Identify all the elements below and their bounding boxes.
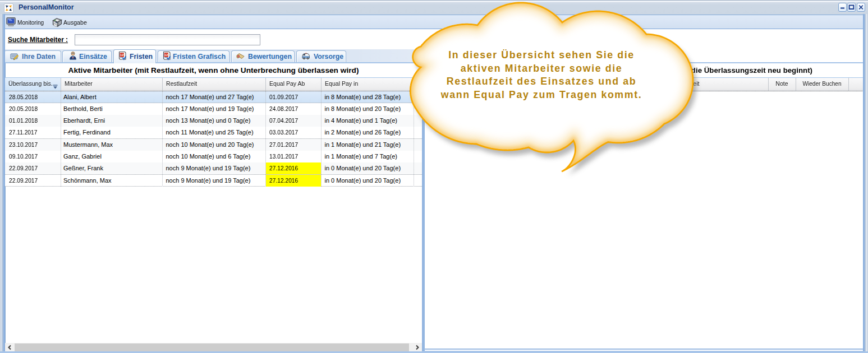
svg-text:12: 12 [120, 53, 123, 57]
svg-text:12: 12 [164, 53, 168, 57]
